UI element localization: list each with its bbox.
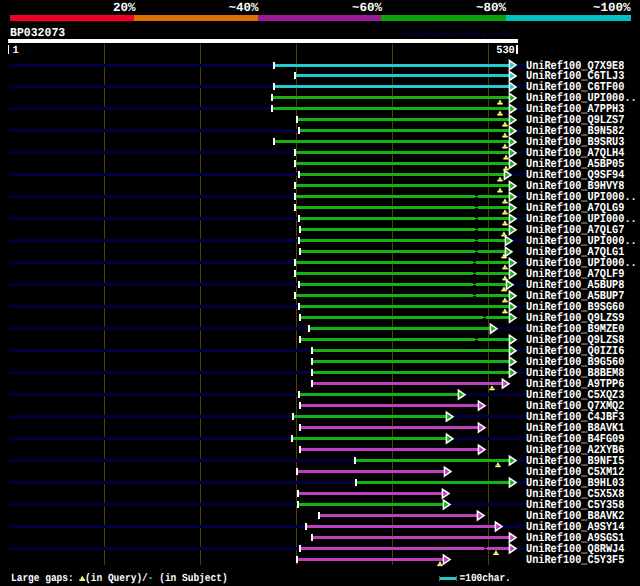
svg-text:20%: 20%	[113, 1, 136, 15]
svg-text:(in Query)/: (in Query)/	[85, 573, 148, 585]
svg-text:~80%: ~80%	[476, 1, 506, 15]
svg-text:~60%: ~60%	[352, 1, 382, 15]
svg-text:=100char.: =100char.	[460, 573, 511, 585]
svg-text:~40%: ~40%	[229, 1, 259, 15]
svg-text:UniRef100_C5Y3F5: UniRef100_C5Y3F5	[526, 553, 624, 567]
svg-text:(in Subject): (in Subject)	[159, 573, 227, 585]
svg-text:BP032073: BP032073	[10, 26, 65, 40]
svg-text:Large gaps:: Large gaps:	[11, 573, 74, 585]
svg-text:1: 1	[13, 45, 20, 57]
svg-text:AlignView.pm Beta rel.7: AlignView.pm Beta rel.7	[402, 29, 517, 39]
svg-text:530: 530	[496, 45, 515, 57]
svg-text:~100%: ~100%	[593, 1, 631, 15]
svg-text:-: -	[148, 573, 154, 585]
